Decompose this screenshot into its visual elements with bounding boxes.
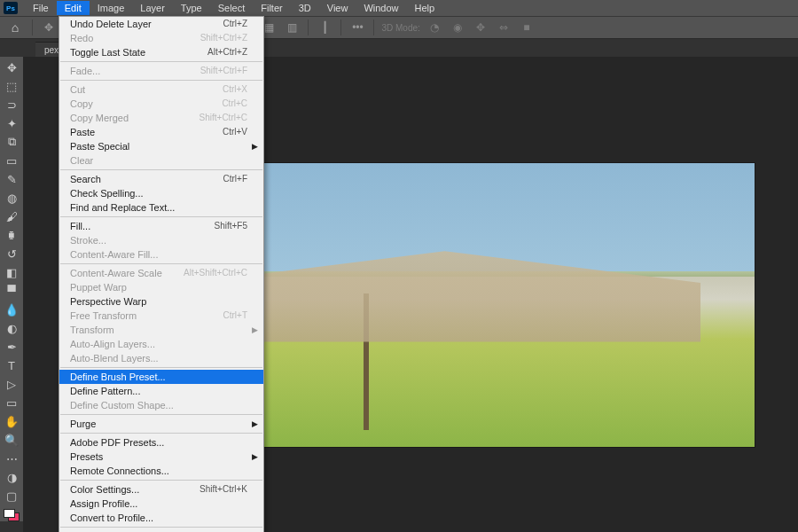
eraser-tool-icon[interactable]: ◧ [2, 263, 21, 281]
menu-item-copy-merged: Copy MergedShift+Ctrl+C [59, 111, 263, 125]
path-tool-icon[interactable]: ▷ [2, 375, 21, 393]
home-icon[interactable]: ⌂ [5, 20, 25, 35]
distribute-bottom-icon[interactable]: ▥ [283, 20, 301, 35]
menu-file[interactable]: File [25, 1, 57, 15]
menu-item-label: Fill... [70, 221, 90, 231]
screen-tool-icon[interactable]: ▢ [2, 487, 21, 505]
menu-item-define-custom-shape: Define Custom Shape... [59, 398, 263, 412]
color-swatch[interactable] [4, 509, 20, 521]
menu-item-shortcut: Shift+F5 [214, 221, 247, 231]
menu-view[interactable]: View [319, 1, 356, 15]
move-tool-icon[interactable]: ✥ [40, 20, 58, 35]
menu-item-label: Define Brush Preset... [70, 372, 166, 382]
distribute-h-icon[interactable]: ┃ [316, 20, 333, 35]
menu-item-label: Find and Replace Text... [70, 202, 175, 213]
brush-tool-icon[interactable]: 🖌 [2, 207, 21, 225]
menu-filter[interactable]: Filter [253, 1, 290, 15]
ps-logo: Ps [4, 2, 18, 14]
menu-item-define-pattern[interactable]: Define Pattern... [59, 384, 263, 398]
heal-tool-icon[interactable]: ◍ [2, 189, 21, 207]
menu-item-label: Paste Special [70, 141, 129, 152]
menu-item-label: Clear [70, 155, 93, 166]
menu-item-label: Redo [70, 33, 93, 43]
menu-item-shortcut: Ctrl+Z [223, 19, 248, 29]
menu-item-perspective-warp[interactable]: Perspective Warp [59, 294, 263, 309]
3d-roll-icon: ◉ [449, 20, 466, 35]
menu-item-shortcut: Ctrl+V [223, 127, 247, 137]
foreground-color[interactable] [4, 509, 15, 518]
menu-item-label: Color Settings... [70, 484, 139, 495]
menu-item-label: Presets [70, 451, 103, 462]
menu-window[interactable]: Window [356, 1, 406, 15]
menu-edit[interactable]: Edit [57, 1, 90, 15]
menu-item-puppet-warp: Puppet Warp [59, 280, 263, 294]
menu-item-search[interactable]: SearchCtrl+F [59, 172, 263, 186]
menu-item-adobe-pdf-presets[interactable]: Adobe PDF Presets... [59, 435, 263, 450]
menu-item-label: Copy Merged [70, 113, 129, 123]
marquee-tool-icon[interactable]: ⬚ [2, 77, 21, 95]
menu-item-color-settings[interactable]: Color Settings...Shift+Ctrl+K [59, 482, 263, 497]
menu-item-shortcut: Ctrl+F [223, 174, 248, 184]
type-tool-icon[interactable]: T [2, 356, 21, 374]
wand-tool-icon[interactable]: ✦ [2, 114, 21, 132]
menu-item-label: Adobe PDF Presets... [70, 437, 164, 448]
submenu-arrow-icon: ▶ [252, 325, 258, 335]
menu-item-convert-to-profile[interactable]: Convert to Profile... [59, 511, 263, 525]
crop-tool-icon[interactable]: ⧉ [2, 133, 21, 151]
pen-tool-icon[interactable]: ✒ [2, 338, 21, 356]
menu-separator [60, 414, 262, 415]
stamp-tool-icon[interactable]: ⧯ [2, 226, 21, 244]
menu-item-paste-special[interactable]: Paste Special▶ [59, 139, 263, 153]
menu-item-shortcut: Alt+Shift+Ctrl+C [184, 268, 247, 278]
mask-tool-icon[interactable]: ◑ [2, 468, 21, 486]
frame-tool-icon[interactable]: ▭ [2, 152, 21, 169]
dodge-tool-icon[interactable]: ◐ [2, 319, 21, 337]
blur-tool-icon[interactable]: 💧 [2, 301, 21, 318]
menu-item-presets[interactable]: Presets▶ [59, 450, 263, 464]
menu-help[interactable]: Help [407, 1, 443, 15]
3d-mode-label: 3D Mode: [381, 23, 419, 33]
menu-item-shortcut: Shift+Ctrl+K [200, 484, 247, 495]
menu-type[interactable]: Type [173, 1, 210, 15]
lasso-tool-icon[interactable]: ⊃ [2, 96, 21, 113]
menu-3d[interactable]: 3D [291, 1, 319, 15]
more-options-icon[interactable]: ••• [348, 20, 366, 35]
menu-select[interactable]: Select [210, 1, 254, 15]
gradient-tool-icon[interactable]: ▀ [2, 282, 21, 300]
menu-item-assign-profile[interactable]: Assign Profile... [59, 497, 263, 511]
menu-item-label: Content-Aware Fill... [70, 249, 158, 260]
menu-separator [60, 367, 262, 368]
menu-layer[interactable]: Layer [132, 1, 173, 15]
menu-item-paste[interactable]: PasteCtrl+V [59, 125, 263, 139]
menu-item-find-and-replace-text[interactable]: Find and Replace Text... [59, 200, 263, 215]
menu-item-clear: Clear [59, 153, 263, 168]
menu-item-define-brush-preset[interactable]: Define Brush Preset... [59, 370, 263, 384]
edit-menu-dropdown: Undo Delete LayerCtrl+ZRedoShift+Ctrl+ZT… [59, 16, 264, 532]
menu-item-label: Transform [70, 325, 114, 335]
eyedropper-tool-icon[interactable]: ✎ [2, 170, 21, 188]
move-tool-icon[interactable]: ✥ [2, 59, 21, 76]
menu-item-label: Define Pattern... [70, 386, 141, 396]
3d-pan-icon: ✥ [472, 20, 489, 35]
menu-item-fill[interactable]: Fill...Shift+F5 [59, 219, 263, 233]
ellipsis-tool-icon[interactable]: ⋯ [2, 450, 21, 467]
menubar: Ps FileEditImageLayerTypeSelectFilter3DV… [0, 0, 798, 16]
menu-item-shortcut: Ctrl+C [222, 98, 247, 109]
menu-item-purge[interactable]: Purge▶ [59, 417, 263, 431]
menu-item-check-spelling[interactable]: Check Spelling... [59, 186, 263, 200]
menu-item-undo-delete-layer[interactable]: Undo Delete LayerCtrl+Z [59, 17, 263, 31]
rectangle-tool-icon[interactable]: ▭ [2, 394, 21, 411]
menu-item-remote-connections[interactable]: Remote Connections... [59, 464, 263, 478]
hand-tool-icon[interactable]: ✋ [2, 412, 21, 430]
menu-item-label: Check Spelling... [70, 188, 144, 199]
history-tool-icon[interactable]: ↺ [2, 245, 21, 262]
menu-item-label: Puppet Warp [70, 282, 127, 293]
menu-separator [60, 527, 262, 528]
zoom-tool-icon[interactable]: 🔍 [2, 431, 21, 449]
menu-item-toggle-last-state[interactable]: Toggle Last StateAlt+Ctrl+Z [59, 45, 263, 59]
menu-item-shortcut: Alt+Ctrl+Z [207, 47, 247, 58]
menu-item-label: Cut [70, 84, 85, 95]
menu-item-label: Perspective Warp [70, 296, 146, 307]
menu-item-transform: Transform▶ [59, 323, 263, 337]
menu-image[interactable]: Image [90, 1, 133, 15]
